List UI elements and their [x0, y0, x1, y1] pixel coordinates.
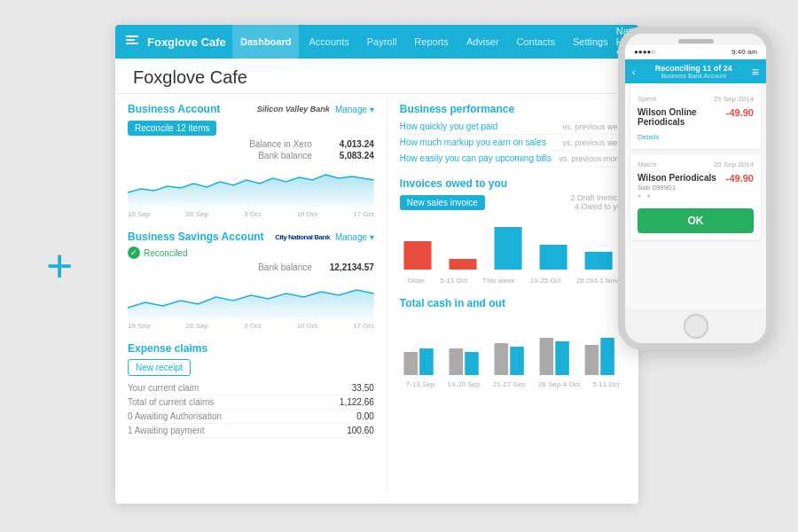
phone-speaker: [678, 39, 714, 43]
savings-manage-link[interactable]: Manage ▾: [335, 232, 374, 242]
new-invoice-button[interactable]: New sales invoice: [400, 195, 485, 210]
bank-balance-label: Bank balance: [258, 151, 312, 160]
svg-rect-13: [584, 345, 598, 375]
cash-flow-title: Total cash in and out: [400, 297, 505, 309]
plus-icon: +: [46, 243, 73, 289]
manage-link[interactable]: Manage ▾: [335, 105, 374, 114]
invoices-section: Invoices owed to you New sales invoice 2…: [400, 177, 626, 285]
nav-logo-text: Foxglove Cafe: [147, 35, 226, 49]
svg-rect-2: [494, 227, 521, 270]
nav-reports[interactable]: Reports: [406, 25, 457, 59]
business-performance-header: Business performance: [400, 103, 626, 115]
xero-balance-label: Balance in Xero: [249, 139, 312, 149]
dashboard-card: Foxglove Cafe Dashboard Accounts Payroll…: [115, 25, 638, 504]
svg-rect-14: [600, 338, 614, 375]
business-account-bank: Silicon Valley Bank Manage ▾: [257, 105, 374, 114]
phone-match-card: Match 29 Sep 2014 Wilson Periodicals -49…: [630, 154, 761, 239]
svg-rect-7: [449, 348, 463, 375]
phone-content: Spent 29 Sep 2014 Wilson Online Periodic…: [625, 83, 766, 309]
svg-rect-6: [419, 348, 434, 375]
nav-bar: Foxglove Cafe Dashboard Accounts Payroll…: [115, 25, 638, 59]
phone-nav-center: Reconciling 11 of 24 Business Bank Accou…: [655, 64, 732, 79]
spent-details-link[interactable]: Details: [638, 133, 659, 141]
savings-account-title: Business Savings Account: [128, 231, 264, 243]
cash-flow-section: Total cash in and out: [400, 297, 626, 388]
nav-payroll[interactable]: Payroll: [359, 25, 405, 59]
cash-flow-header: Total cash in and out: [400, 297, 626, 309]
business-account-dates: 19 Sep 26 Sep 3 Oct 10 Oct 17 Oct: [128, 210, 374, 218]
invoices-chart: [400, 216, 626, 273]
invoices-chart-dates: Older 5-11 Oct This week 19-25 Oct 26 Oc…: [400, 277, 626, 285]
expense-row-1: Total of current claims 1,122.66: [128, 395, 374, 410]
xero-balance-row: Balance in Xero 4,013.24: [128, 139, 374, 149]
phone-nav-subtitle: Business Bank Account: [655, 73, 732, 79]
invoices-header: Invoices owed to you: [400, 177, 626, 190]
business-account-header: Business Account Silicon Valley Bank Man…: [128, 103, 374, 115]
svg-rect-11: [539, 338, 553, 375]
svg-rect-5: [403, 352, 418, 375]
phone-home-button[interactable]: [684, 314, 708, 339]
phone-mockup: ●●●●○ 9:40 am ‹ Reconciling 11 of 24 Bus…: [618, 27, 773, 350]
match-date: 29 Sep 2014: [714, 160, 754, 170]
svg-rect-12: [555, 341, 569, 375]
savings-bank-balance-row: Bank balance 12,2134.57: [128, 262, 374, 272]
savings-account-header: Business Savings Account City National B…: [128, 231, 374, 243]
phone-nav-title: Reconciling 11 of 24: [655, 64, 732, 73]
bank-balance-value: 5,083.24: [321, 151, 374, 160]
phone-back-button[interactable]: ‹: [632, 66, 636, 77]
nav-accounts[interactable]: Accounts: [301, 25, 356, 59]
reconciled-text: Reconciled: [144, 248, 187, 258]
svg-rect-4: [584, 252, 612, 270]
bank-balance-row: Bank balance 5,083.24: [128, 151, 374, 160]
phone-signal: ●●●●○: [634, 48, 655, 56]
spent-amount: -49.90: [726, 107, 754, 118]
spent-date: 29 Sep 2014: [714, 95, 754, 105]
invoice-action-bar: New sales invoice 2 Draft Invoices 4 Owe…: [400, 193, 626, 211]
page-title: Foxglove Cafe: [133, 67, 621, 88]
page-title-bar: Foxglove Cafe: [115, 59, 638, 94]
phone-nav: ‹ Reconciling 11 of 24 Business Bank Acc…: [625, 59, 766, 83]
phone-spent-card: Spent 29 Sep 2014 Wilson Online Periodic…: [630, 89, 761, 149]
match-amount: -49.90: [726, 173, 754, 184]
expense-claims-title: Expense claims: [128, 342, 207, 355]
scene: + Foxglove Cafe Dashboard Accounts Payro…: [0, 0, 798, 532]
phone-time: 9:40 am: [732, 48, 757, 56]
svg-rect-8: [465, 352, 479, 375]
phone-screen: ●●●●○ 9:40 am ‹ Reconciling 11 of 24 Bus…: [625, 45, 766, 309]
nav-dashboard[interactable]: Dashboard: [232, 25, 299, 59]
nav-links: Dashboard Accounts Payroll Reports Advis…: [232, 25, 616, 59]
ok-button[interactable]: OK: [638, 208, 754, 233]
bank-name: Silicon Valley Bank: [257, 105, 330, 113]
reconcile-button[interactable]: Reconcile 12 items: [128, 121, 216, 136]
spent-label: Spent: [638, 95, 656, 103]
nav-settings[interactable]: Settings: [565, 25, 616, 59]
new-receipt-button[interactable]: New receipt: [128, 359, 191, 376]
phone-menu-icon[interactable]: ≡: [752, 65, 759, 79]
right-column: Business performance How quickly you get…: [387, 94, 638, 493]
svg-rect-9: [494, 343, 508, 375]
spent-name: Wilson Online Periodicals: [638, 107, 726, 127]
svg-rect-3: [539, 245, 567, 270]
svg-rect-0: [403, 241, 431, 270]
expense-rows: Your current claim 33.50 Total of curren…: [128, 381, 374, 438]
savings-account-dates: 19 Sep 26 Sep 3 Oct 10 Oct 17 Oct: [128, 322, 374, 330]
match-ref: Sub 099901: [638, 184, 754, 192]
savings-account-bank: City National Bank Manage ▾: [275, 232, 374, 242]
expense-claims-section: Expense claims New receipt Your current …: [128, 342, 374, 438]
business-account-section: Business Account Silicon Valley Bank Man…: [128, 103, 374, 218]
match-row: Wilson Periodicals -49.90: [638, 173, 754, 184]
logo-icon: [126, 35, 142, 48]
perf-row-1: How much markup you earn on sales vs. pr…: [400, 135, 626, 151]
cash-flow-dates: 7-13 Sep 14-20 Sep 21-27 Sep 28 Sep-4 Oc…: [400, 380, 626, 388]
perf-row-0: How quickly you get paid vs. previous we…: [400, 119, 626, 135]
left-column: Business Account Silicon Valley Bank Man…: [115, 94, 387, 493]
savings-account-chart: [128, 276, 374, 318]
expense-row-2: 0 Awaiting Authorisation 0.00: [128, 410, 374, 424]
svg-rect-1: [449, 259, 476, 270]
svg-rect-10: [510, 347, 524, 375]
nav-contacts[interactable]: Contacts: [509, 25, 563, 59]
match-name: Wilson Periodicals: [638, 173, 716, 183]
business-performance-title: Business performance: [400, 103, 514, 115]
reconciled-badge: ✓ Reconciled: [128, 246, 374, 259]
nav-adviser[interactable]: Adviser: [458, 25, 507, 59]
